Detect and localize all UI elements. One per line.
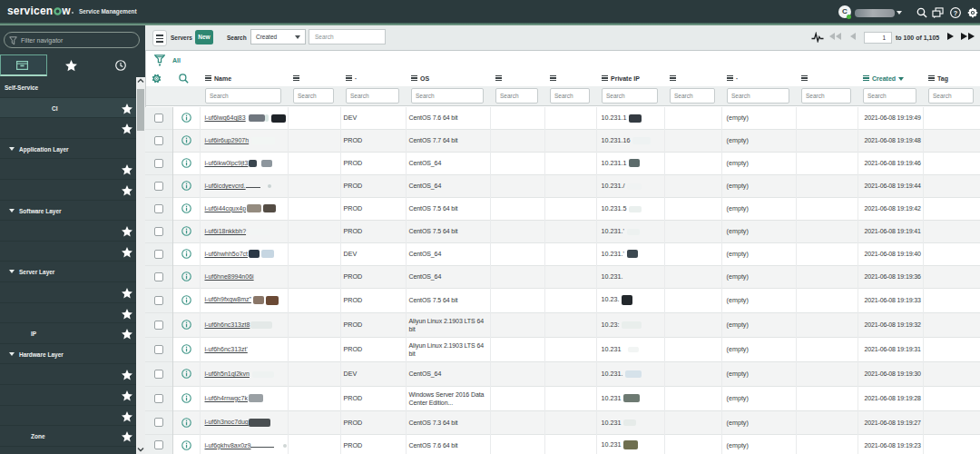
svg-text:?: ? [954,9,958,17]
